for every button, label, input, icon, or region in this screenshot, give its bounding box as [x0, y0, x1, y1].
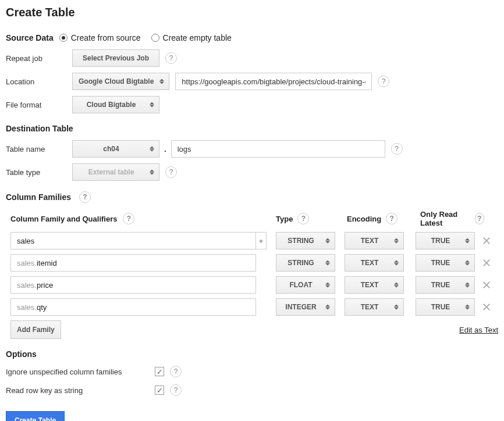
- remove-row-button[interactable]: [478, 254, 495, 272]
- remove-row-button[interactable]: [478, 232, 495, 249]
- orl-select[interactable]: TRUE: [416, 276, 475, 294]
- destination-heading: Destination Table: [6, 124, 498, 133]
- help-icon[interactable]: ?: [123, 213, 134, 224]
- cf-input[interactable]: sales: [10, 232, 256, 249]
- updown-icon: [465, 238, 470, 244]
- updown-icon: [325, 305, 330, 310]
- type-select[interactable]: STRING: [276, 254, 335, 272]
- radio-create-empty[interactable]: Create empty table: [151, 33, 232, 42]
- format-label: File format: [6, 101, 72, 109]
- type-select[interactable]: INTEGER: [276, 298, 335, 316]
- rowkey-string-label: Read row key as string: [6, 386, 155, 395]
- cf-row: sales+STRINGTEXTTRUE: [10, 232, 498, 249]
- prefix-text: sales.: [17, 281, 37, 290]
- create-table-button[interactable]: Create Table: [6, 411, 65, 421]
- cf-col-encoding: Encoding: [347, 215, 381, 223]
- select-previous-job-button[interactable]: Select Previous Job: [72, 49, 159, 67]
- remove-row-button[interactable]: [478, 276, 495, 294]
- prefix-text: sales.: [17, 303, 37, 312]
- help-icon[interactable]: ?: [391, 143, 403, 155]
- updown-icon: [150, 102, 154, 108]
- updown-icon: [394, 261, 399, 266]
- updown-icon: [325, 238, 330, 244]
- radio-icon: [59, 34, 68, 42]
- select-value: TRUE: [422, 237, 468, 245]
- orl-select[interactable]: TRUE: [416, 254, 475, 272]
- help-icon[interactable]: ?: [170, 384, 182, 396]
- orl-select[interactable]: TRUE: [416, 298, 475, 316]
- select-value: TEXT: [351, 259, 397, 267]
- encoding-select[interactable]: TEXT: [345, 276, 404, 294]
- help-icon[interactable]: ?: [79, 191, 91, 203]
- encoding-select[interactable]: TEXT: [345, 254, 404, 272]
- select-value: External table: [79, 168, 153, 176]
- updown-icon: [150, 170, 154, 175]
- updown-icon: [325, 283, 330, 288]
- page-title: Create Table: [6, 6, 498, 19]
- format-select[interactable]: Cloud Bigtable: [72, 96, 159, 113]
- radio-create-from-source[interactable]: Create from source: [59, 33, 141, 42]
- cf-input[interactable]: sales.qty: [10, 298, 256, 316]
- updown-icon: [465, 305, 470, 310]
- help-icon[interactable]: ?: [165, 166, 177, 178]
- select-value: TEXT: [351, 303, 397, 311]
- repeat-job-label: Repeat job: [6, 54, 72, 63]
- select-value: FLOAT: [282, 281, 329, 289]
- cf-col-cfq: Column Family and Qualifiers: [10, 215, 117, 223]
- prefix-text: sales.: [17, 259, 37, 267]
- cf-value: price: [37, 281, 53, 290]
- table-type-select: External table: [72, 163, 159, 181]
- radio-icon: [151, 34, 159, 42]
- type-select[interactable]: STRING: [276, 232, 335, 249]
- remove-row-button[interactable]: [478, 298, 495, 316]
- cf-row: sales.itemidSTRINGTEXTTRUE: [10, 254, 498, 272]
- cf-row: sales.priceFLOATTEXTTRUE: [10, 276, 498, 294]
- encoding-select[interactable]: TEXT: [345, 232, 404, 249]
- add-qualifier-button[interactable]: +: [256, 232, 267, 249]
- dataset-select[interactable]: ch04: [72, 140, 159, 158]
- help-icon[interactable]: ?: [297, 213, 309, 224]
- cf-row: sales.qtyINTEGERTEXTTRUE: [10, 298, 498, 316]
- help-icon[interactable]: ?: [386, 213, 397, 224]
- updown-icon: [325, 261, 330, 266]
- location-select[interactable]: Google Cloud Bigtable: [72, 73, 169, 90]
- help-icon[interactable]: ?: [378, 76, 389, 87]
- rowkey-string-checkbox[interactable]: ✓: [155, 386, 164, 395]
- help-icon[interactable]: ?: [165, 52, 177, 64]
- cf-heading: Column Families ?: [6, 191, 498, 203]
- updown-icon: [394, 305, 399, 310]
- orl-select[interactable]: TRUE: [416, 232, 475, 249]
- select-value: Google Cloud Bigtable: [79, 77, 163, 85]
- help-icon[interactable]: ?: [475, 213, 485, 224]
- select-value: TRUE: [422, 259, 468, 267]
- close-icon: [482, 281, 491, 289]
- radio-label: Create empty table: [163, 33, 232, 42]
- select-value: TRUE: [422, 281, 468, 289]
- encoding-select[interactable]: TEXT: [345, 298, 404, 316]
- ignore-unspec-label: Ignore unspecified column families: [6, 368, 155, 376]
- location-input[interactable]: [175, 73, 372, 90]
- updown-icon: [394, 238, 399, 244]
- close-icon: [482, 237, 491, 245]
- updown-icon: [465, 261, 470, 266]
- updown-icon: [150, 147, 154, 152]
- cf-value: itemid: [37, 259, 57, 267]
- ignore-unspec-checkbox[interactable]: ✓: [155, 367, 164, 376]
- edit-as-text-link[interactable]: Edit as Text: [459, 326, 498, 334]
- select-value: TEXT: [351, 281, 397, 289]
- cf-col-orl: Only Read Latest: [420, 210, 470, 227]
- cf-input[interactable]: sales.itemid: [10, 254, 256, 272]
- location-label: Location: [6, 77, 72, 86]
- type-select[interactable]: FLOAT: [276, 276, 335, 294]
- table-name-input[interactable]: [171, 140, 385, 158]
- add-family-button[interactable]: Add Family: [10, 320, 61, 339]
- cf-input[interactable]: sales.price: [10, 276, 256, 294]
- separator-dot: .: [164, 145, 166, 154]
- help-icon[interactable]: ?: [170, 366, 182, 377]
- source-heading: Source Data Create from source Create em…: [6, 33, 498, 42]
- updown-icon: [465, 283, 470, 288]
- updown-icon: [394, 283, 399, 288]
- select-value: Cloud Bigtable: [79, 101, 153, 109]
- updown-icon: [159, 79, 164, 84]
- select-value: STRING: [282, 237, 329, 245]
